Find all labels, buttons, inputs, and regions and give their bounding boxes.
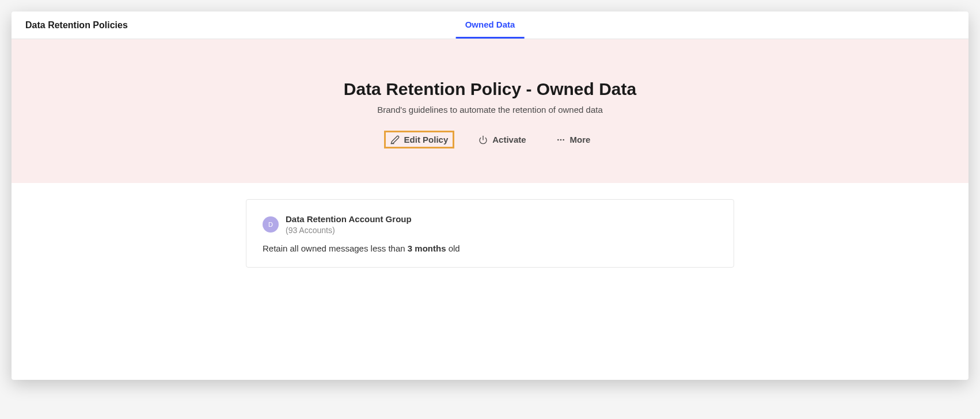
dots-icon bbox=[556, 135, 565, 144]
tabs-container: Owned Data bbox=[456, 12, 525, 39]
svg-point-3 bbox=[560, 139, 561, 140]
page-header: Data Retention Policies Owned Data bbox=[12, 12, 968, 39]
action-bar: Edit Policy Activate bbox=[23, 131, 957, 148]
policy-description: Retain all owned messages less than 3 mo… bbox=[263, 243, 717, 253]
policy-card: D Data Retention Account Group (93 Accou… bbox=[246, 199, 734, 268]
power-icon bbox=[478, 135, 488, 144]
edit-policy-label: Edit Policy bbox=[404, 135, 449, 144]
desc-duration: 3 months bbox=[408, 243, 446, 253]
content-area: D Data Retention Account Group (93 Accou… bbox=[12, 183, 968, 284]
page-title: Data Retention Policies bbox=[25, 20, 128, 31]
account-count: (93 Accounts) bbox=[286, 225, 412, 235]
more-button[interactable]: More bbox=[550, 131, 597, 148]
activate-label: Activate bbox=[492, 135, 526, 144]
hero-title: Data Retention Policy - Owned Data bbox=[23, 79, 957, 99]
activate-button[interactable]: Activate bbox=[473, 131, 531, 148]
pencil-icon bbox=[390, 135, 400, 144]
card-title-block: Data Retention Account Group (93 Account… bbox=[286, 214, 412, 235]
edit-policy-button[interactable]: Edit Policy bbox=[384, 131, 455, 148]
svg-point-2 bbox=[557, 139, 559, 140]
tab-owned-data[interactable]: Owned Data bbox=[456, 12, 525, 39]
more-label: More bbox=[570, 135, 591, 144]
svg-point-4 bbox=[563, 139, 564, 140]
hero-subtitle: Brand's guidelines to automate the reten… bbox=[23, 105, 957, 115]
desc-post: old bbox=[446, 243, 460, 253]
group-name: Data Retention Account Group bbox=[286, 214, 412, 225]
app-window: Data Retention Policies Owned Data Data … bbox=[12, 12, 968, 380]
avatar: D bbox=[263, 216, 279, 233]
hero-section: Data Retention Policy - Owned Data Brand… bbox=[12, 39, 968, 183]
desc-pre: Retain all owned messages less than bbox=[263, 243, 408, 253]
card-header: D Data Retention Account Group (93 Accou… bbox=[263, 214, 717, 235]
